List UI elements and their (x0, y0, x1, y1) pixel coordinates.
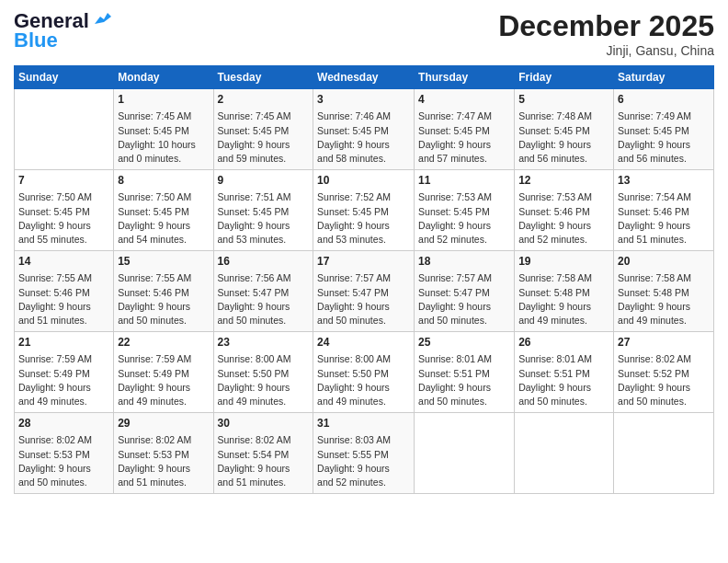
day-info-line: Sunrise: 7:55 AM (18, 271, 109, 285)
day-info-line: Daylight: 9 hours (118, 381, 209, 395)
day-number: 15 (118, 254, 209, 270)
day-info-line: Sunrise: 7:49 AM (618, 109, 710, 123)
day-info-line: Daylight: 9 hours (618, 300, 710, 314)
calendar-cell (515, 413, 614, 494)
day-number: 3 (317, 92, 410, 108)
day-number: 10 (317, 173, 410, 189)
day-info-line: and 52 minutes. (418, 233, 510, 247)
calendar-cell: 25Sunrise: 8:01 AMSunset: 5:51 PMDayligh… (415, 332, 515, 413)
day-info-line: Daylight: 9 hours (418, 300, 510, 314)
day-info-line: Daylight: 9 hours (18, 300, 109, 314)
calendar-cell (415, 413, 515, 494)
day-info-line: Sunrise: 7:55 AM (118, 271, 209, 285)
day-info-line: Sunset: 5:45 PM (317, 205, 410, 219)
day-info-line: Sunset: 5:46 PM (18, 286, 109, 300)
day-info-line: and 51 minutes. (18, 314, 109, 327)
day-info-line: Sunset: 5:46 PM (618, 205, 710, 219)
day-info-line: Sunrise: 8:00 AM (218, 352, 310, 366)
day-info-line: and 50 minutes. (518, 395, 609, 408)
day-info-line: and 0 minutes. (118, 152, 209, 166)
day-info-line: Daylight: 9 hours (118, 219, 209, 233)
day-info-line: and 50 minutes. (218, 314, 310, 327)
calendar-cell: 26Sunrise: 8:01 AMSunset: 5:51 PMDayligh… (515, 332, 614, 413)
day-number: 25 (418, 335, 510, 350)
calendar-week-row: 7Sunrise: 7:50 AMSunset: 5:45 PMDaylight… (15, 170, 714, 251)
calendar-cell (15, 89, 114, 170)
day-info-line: and 50 minutes. (18, 476, 109, 489)
logo-bird-icon (91, 9, 111, 29)
day-info-line: Sunrise: 8:02 AM (18, 433, 109, 447)
day-info-line: Sunrise: 8:02 AM (618, 352, 710, 366)
day-number: 19 (518, 254, 609, 270)
day-info-line: Sunrise: 7:45 AM (218, 109, 310, 123)
day-info-line: and 52 minutes. (518, 233, 609, 247)
day-info-line: Daylight: 9 hours (18, 219, 109, 233)
day-info-line: Sunset: 5:46 PM (118, 286, 209, 300)
day-number: 1 (118, 92, 209, 108)
day-info-line: and 55 minutes. (18, 233, 109, 247)
day-info-line: and 51 minutes. (218, 476, 310, 489)
day-info-line: Daylight: 9 hours (518, 300, 609, 314)
calendar-cell: 6Sunrise: 7:49 AMSunset: 5:45 PMDaylight… (614, 89, 714, 170)
calendar-cell: 24Sunrise: 8:00 AMSunset: 5:50 PMDayligh… (313, 332, 415, 413)
day-info-line: Sunrise: 8:01 AM (518, 352, 609, 366)
svg-marker-0 (95, 13, 111, 24)
day-info-line: and 49 minutes. (218, 395, 310, 408)
calendar-cell: 2Sunrise: 7:45 AMSunset: 5:45 PMDaylight… (213, 89, 313, 170)
calendar-cell: 20Sunrise: 7:58 AMSunset: 5:48 PMDayligh… (614, 251, 714, 332)
calendar-header-saturday: Saturday (614, 66, 714, 89)
day-info-line: and 51 minutes. (118, 476, 209, 489)
calendar-cell: 10Sunrise: 7:52 AMSunset: 5:45 PMDayligh… (313, 170, 415, 251)
day-number: 18 (418, 254, 510, 270)
day-number: 27 (618, 335, 710, 350)
page-container: General Blue December 2025 Jinji, Gansu,… (0, 0, 728, 503)
day-info-line: Sunset: 5:45 PM (317, 124, 410, 138)
page-header: General Blue December 2025 Jinji, Gansu,… (14, 9, 714, 58)
day-number: 8 (118, 173, 209, 189)
calendar-week-row: 1Sunrise: 7:45 AMSunset: 5:45 PMDaylight… (15, 89, 714, 170)
day-info-line: Sunset: 5:45 PM (518, 124, 609, 138)
day-info-line: Daylight: 9 hours (317, 381, 410, 395)
day-info-line: Daylight: 9 hours (118, 462, 209, 476)
day-info-line: and 49 minutes. (317, 395, 410, 408)
day-info-line: Sunset: 5:54 PM (218, 448, 310, 462)
day-info-line: Sunrise: 7:58 AM (518, 271, 609, 285)
day-number: 30 (218, 416, 310, 431)
day-info-line: Sunset: 5:53 PM (18, 448, 109, 462)
day-info-line: Sunset: 5:45 PM (18, 205, 109, 219)
calendar-cell: 13Sunrise: 7:54 AMSunset: 5:46 PMDayligh… (614, 170, 714, 251)
day-number: 28 (18, 416, 109, 431)
day-info-line: and 49 minutes. (518, 314, 609, 327)
calendar-header-thursday: Thursday (415, 66, 515, 89)
calendar-cell: 18Sunrise: 7:57 AMSunset: 5:47 PMDayligh… (415, 251, 515, 332)
day-info-line: Daylight: 9 hours (18, 381, 109, 395)
day-info-line: Sunset: 5:45 PM (118, 205, 209, 219)
day-info-line: and 57 minutes. (418, 152, 510, 166)
day-info-line: Sunset: 5:47 PM (218, 286, 310, 300)
day-info-line: Sunrise: 7:58 AM (618, 271, 710, 285)
day-number: 23 (218, 335, 310, 350)
calendar-cell: 12Sunrise: 7:53 AMSunset: 5:46 PMDayligh… (515, 170, 614, 251)
day-info-line: and 53 minutes. (317, 233, 410, 247)
calendar-cell: 5Sunrise: 7:48 AMSunset: 5:45 PMDaylight… (515, 89, 614, 170)
day-info-line: and 50 minutes. (618, 395, 710, 408)
day-info-line: Sunrise: 7:57 AM (418, 271, 510, 285)
day-info-line: and 49 minutes. (118, 395, 209, 408)
day-info-line: Sunset: 5:51 PM (418, 367, 510, 381)
day-info-line: and 54 minutes. (118, 233, 209, 247)
day-info-line: Sunrise: 8:01 AM (418, 352, 510, 366)
location-subtitle: Jinji, Gansu, China (498, 43, 714, 58)
day-info-line: Daylight: 9 hours (218, 219, 310, 233)
calendar-header-friday: Friday (515, 66, 614, 89)
day-info-line: Sunrise: 7:53 AM (518, 190, 609, 204)
day-info-line: Sunrise: 7:59 AM (18, 352, 109, 366)
day-info-line: Daylight: 9 hours (618, 138, 710, 152)
day-number: 26 (518, 335, 609, 350)
day-info-line: Sunrise: 8:02 AM (118, 433, 209, 447)
day-info-line: Sunrise: 7:54 AM (618, 190, 710, 204)
day-number: 31 (317, 416, 410, 431)
day-info-line: and 56 minutes. (618, 152, 710, 166)
calendar-week-row: 28Sunrise: 8:02 AMSunset: 5:53 PMDayligh… (15, 413, 714, 494)
day-info-line: Daylight: 9 hours (518, 381, 609, 395)
day-info-line: Daylight: 9 hours (618, 381, 710, 395)
